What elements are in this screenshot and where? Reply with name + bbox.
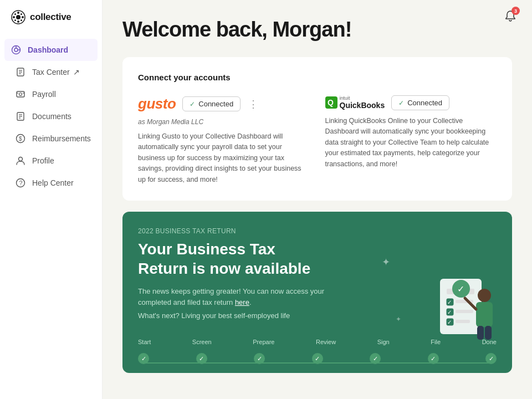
- gusto-check-icon: ✓: [190, 100, 195, 108]
- svg-point-8: [21, 13, 22, 15]
- step-label-done: Done: [482, 339, 497, 345]
- gusto-logo: gusto: [138, 95, 176, 112]
- sidebar-label-reimbursements: Reimbursements: [32, 134, 91, 143]
- sidebar-item-reimbursements[interactable]: $ Reimbursements: [4, 127, 98, 150]
- quickbooks-description: Linking QuickBooks Online to your Collec…: [325, 116, 497, 170]
- quickbooks-account: Q intuit QuickBooks ✓ Connected Link: [325, 95, 497, 185]
- sparkle2-icon: ✦: [396, 315, 401, 323]
- documents-icon: [16, 111, 25, 121]
- main-content: 3 Welcome back, Morgan! Connect your acc…: [103, 0, 532, 399]
- notification-button[interactable]: 3: [502, 8, 519, 26]
- gusto-header: gusto ✓ Connected ⋮: [138, 95, 310, 112]
- sidebar-item-profile[interactable]: Profile: [4, 150, 98, 172]
- svg-point-3: [17, 21, 19, 23]
- tax-center-badge: ↗: [73, 68, 80, 76]
- svg-point-19: [19, 93, 22, 96]
- quickbooks-connected-button[interactable]: ✓ Connected: [391, 95, 449, 110]
- svg-rect-46: [476, 302, 493, 327]
- sidebar-item-tax-center[interactable]: Tax Center ↗: [4, 61, 98, 83]
- tax-center-icon: [16, 67, 25, 77]
- help-center-icon: ?: [16, 178, 25, 188]
- quickbooks-logo: Q intuit QuickBooks: [325, 96, 385, 110]
- page-title: Welcome back, Morgan!: [122, 18, 512, 42]
- sidebar-label-documents: Documents: [32, 112, 71, 121]
- step-label-sign: Sign: [377, 339, 390, 345]
- gusto-connected-button[interactable]: ✓ Connected: [182, 96, 241, 111]
- sidebar-label-payroll: Payroll: [32, 90, 56, 99]
- step-dot-review: ✓: [312, 353, 323, 364]
- svg-point-45: [478, 289, 491, 302]
- svg-text:$: $: [19, 136, 22, 142]
- svg-text:✓: ✓: [447, 319, 452, 325]
- svg-text:✓: ✓: [447, 299, 452, 305]
- sidebar-label-dashboard: Dashboard: [28, 45, 68, 54]
- gusto-company: as Morgan Media LLC: [138, 118, 310, 126]
- step-label-file: File: [431, 339, 441, 345]
- svg-text:✓: ✓: [457, 284, 464, 294]
- quickbooks-header: Q intuit QuickBooks ✓ Connected: [325, 95, 497, 110]
- step-dot-sign: ✓: [370, 353, 381, 364]
- svg-text:Q: Q: [328, 98, 334, 107]
- step-label-review: Review: [316, 339, 336, 345]
- qb-status: Connected: [407, 99, 442, 107]
- sidebar-label-profile: Profile: [32, 156, 54, 165]
- tax-return-link[interactable]: here: [235, 298, 249, 306]
- progress-steps: Start Screen Prepare Review Sign File Do…: [138, 331, 497, 353]
- svg-point-11: [14, 48, 18, 52]
- svg-text:?: ?: [19, 180, 23, 186]
- svg-point-1: [16, 15, 21, 19]
- topbar: 3: [489, 0, 532, 34]
- connect-accounts-card: Connect your accounts gusto ✓ Connected …: [122, 57, 512, 201]
- svg-point-9: [14, 19, 16, 21]
- svg-point-28: [19, 157, 23, 161]
- svg-point-5: [22, 16, 24, 18]
- connect-accounts-title: Connect your accounts: [138, 73, 497, 82]
- payroll-icon: [16, 89, 25, 99]
- sidebar-item-payroll[interactable]: Payroll: [4, 83, 98, 105]
- svg-point-7: [21, 19, 22, 21]
- intuit-label: intuit: [340, 96, 385, 101]
- notification-count: 3: [511, 7, 520, 15]
- step-label-prepare: Prepare: [253, 339, 274, 345]
- tax-return-desc-part2: .: [249, 298, 252, 306]
- step-dot-file: ✓: [428, 353, 439, 364]
- step-dot-start: ✓: [138, 353, 149, 364]
- svg-rect-18: [17, 91, 24, 97]
- tax-center-row: Tax Center ↗: [32, 68, 80, 76]
- gusto-status: Connected: [198, 100, 233, 108]
- tax-return-desc: The news keeps getting greater! You can …: [138, 286, 326, 308]
- qb-check-icon: ✓: [398, 99, 404, 107]
- qb-logo-icon: Q: [325, 96, 337, 109]
- gusto-more-options[interactable]: ⋮: [248, 98, 258, 110]
- dashboard-icon: [11, 45, 21, 55]
- sidebar-item-dashboard[interactable]: Dashboard: [4, 39, 98, 61]
- gusto-account: gusto ✓ Connected ⋮ as Morgan Media LLC …: [138, 95, 310, 185]
- profile-icon: [16, 156, 25, 166]
- quickbooks-label: QuickBooks: [340, 101, 385, 110]
- svg-rect-43: [456, 320, 470, 323]
- tax-return-desc-part1: The news keeps getting greater! You can …: [138, 287, 324, 306]
- svg-text:✓: ✓: [447, 309, 452, 315]
- sparkle-icon: ✦: [382, 256, 390, 268]
- svg-point-2: [17, 12, 19, 14]
- sidebar-label-help-center: Help Center: [32, 178, 74, 187]
- sidebar-label-tax-center: Tax Center: [32, 68, 70, 76]
- sidebar-item-documents[interactable]: Documents: [4, 105, 98, 127]
- app-name: collective: [30, 12, 71, 23]
- sidebar: collective Dashboard Tax Center ↗: [0, 0, 103, 399]
- step-label-start: Start: [138, 339, 151, 345]
- step-dot-done: ✓: [485, 353, 497, 364]
- svg-rect-40: [456, 310, 473, 313]
- accounts-grid: gusto ✓ Connected ⋮ as Morgan Media LLC …: [138, 95, 497, 185]
- app-logo: collective: [0, 0, 102, 34]
- gusto-description: Linking Gusto to your Collective Dashboa…: [138, 131, 310, 185]
- step-dot-screen: ✓: [196, 353, 207, 364]
- svg-point-4: [13, 16, 15, 18]
- collective-logo-icon: [11, 10, 25, 24]
- sidebar-item-help-center[interactable]: ? Help Center: [4, 172, 98, 194]
- step-dot-prepare: ✓: [254, 353, 265, 364]
- tax-return-card: 2022 Business Tax Return Your Business T…: [122, 212, 512, 373]
- reimbursements-icon: $: [16, 134, 25, 144]
- step-label-screen: Screen: [192, 339, 212, 345]
- tax-return-label: 2022 Business Tax Return: [138, 227, 497, 235]
